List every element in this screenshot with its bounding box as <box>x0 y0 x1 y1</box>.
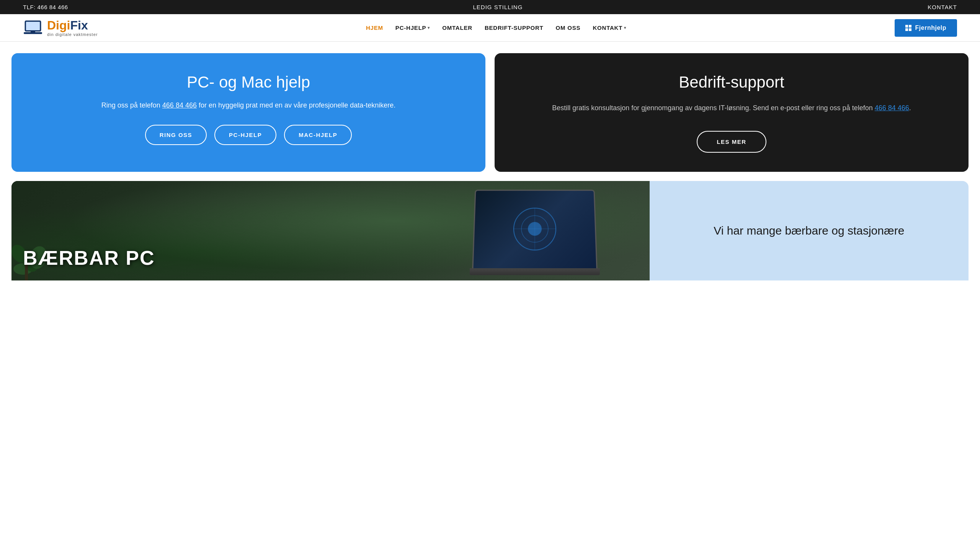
pc-mac-description: Ring oss på telefon 466 84 466 for en hy… <box>31 100 466 111</box>
pc-hjelp-button[interactable]: PC-HJELP <box>214 125 276 145</box>
screen-content-icon <box>492 199 578 260</box>
main-nav: HJEM PC-HJELP ▾ OMTALER BEDRIFT-SUPPORT … <box>366 24 626 31</box>
job-listing-link[interactable]: LEDIG STILLING <box>473 4 523 10</box>
header: DigiFix din digitale vaktmester HJEM PC-… <box>0 14 980 42</box>
logo-tagline: din digitale vaktmester <box>47 32 98 37</box>
laptop-section-title: BÆRBAR PC <box>23 247 155 269</box>
windows-icon <box>905 25 911 31</box>
nav-pchjelp[interactable]: PC-HJELP ▾ <box>395 24 430 31</box>
laptop-screen-inner <box>473 191 596 268</box>
phone-label: TLF: 466 84 466 <box>23 4 68 10</box>
ring-oss-button[interactable]: RING OSS <box>145 125 207 145</box>
mac-hjelp-button[interactable]: MAC-HJELP <box>284 125 352 145</box>
light-blue-text: Vi har mange bærbare og stasjonære <box>714 223 904 239</box>
logo-icon <box>23 19 44 36</box>
logo-name: DigiFix <box>47 19 98 32</box>
laptop-illustration <box>466 189 611 280</box>
hero-row: PC- og Mac hjelp Ring oss på telefon 466… <box>11 53 969 172</box>
top-bar: TLF: 466 84 466 LEDIG STILLING KONTAKT <box>0 0 980 14</box>
bedrift-phone[interactable]: 466 84 466 <box>875 104 909 112</box>
bedrift-description: Bestill gratis konsultasjon for gjennomg… <box>518 102 946 114</box>
bottom-row: BÆRBAR PC Vi har mange bærbare og stasjo… <box>11 181 969 280</box>
svg-rect-1 <box>26 22 40 30</box>
kontakt-chevron-icon: ▾ <box>624 26 626 30</box>
logo-prefix: Digi <box>47 18 70 32</box>
pc-mac-phone[interactable]: 466 84 466 <box>162 101 197 109</box>
logo-text: DigiFix din digitale vaktmester <box>47 19 98 37</box>
pc-mac-card: PC- og Mac hjelp Ring oss på telefon 466… <box>11 53 485 172</box>
fjernhjelp-button[interactable]: Fjernhjelp <box>895 19 957 37</box>
nav-om-oss[interactable]: OM OSS <box>556 24 581 31</box>
bedrift-support-card: Bedrift-support Bestill gratis konsultas… <box>495 53 969 172</box>
pc-mac-title: PC- og Mac hjelp <box>31 73 466 91</box>
pc-mac-buttons: RING OSS PC-HJELP MAC-HJELP <box>31 125 466 145</box>
logo-suffix: Fix <box>70 18 88 32</box>
main-content: PC- og Mac hjelp Ring oss på telefon 466… <box>0 42 980 280</box>
bedrift-title: Bedrift-support <box>518 73 946 91</box>
contact-link[interactable]: KONTAKT <box>928 4 957 10</box>
nav-omtaler[interactable]: OMTALER <box>442 24 472 31</box>
nav-hjem[interactable]: HJEM <box>366 24 383 31</box>
laptop-screen <box>472 190 597 270</box>
laptop-base <box>470 268 600 275</box>
nav-kontakt[interactable]: KONTAKT ▾ <box>593 24 626 31</box>
logo[interactable]: DigiFix din digitale vaktmester <box>23 19 98 37</box>
light-blue-info-card: Vi har mange bærbare og stasjonære <box>650 181 969 280</box>
pchjelp-chevron-icon: ▾ <box>428 26 430 30</box>
les-mer-button[interactable]: LES MER <box>697 131 766 153</box>
svg-rect-3 <box>31 31 35 33</box>
laptop-card: BÆRBAR PC <box>11 181 650 280</box>
nav-bedrift-support[interactable]: BEDRIFT-SUPPORT <box>485 24 544 31</box>
